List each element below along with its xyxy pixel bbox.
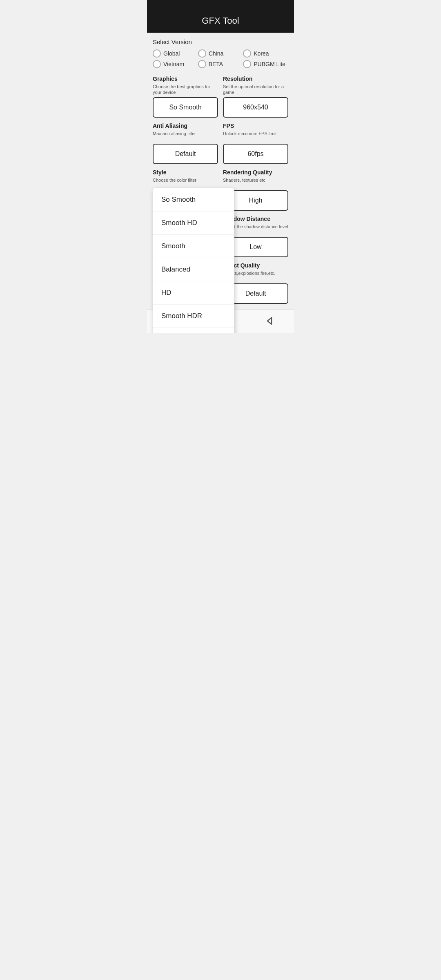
- radio-korea[interactable]: [243, 49, 251, 58]
- version-option-global[interactable]: Global: [153, 49, 198, 58]
- version-option-pubgmlite[interactable]: PUBGM Lite: [243, 60, 288, 68]
- radio-global[interactable]: [153, 49, 161, 58]
- dropdown-item-so-smooth[interactable]: So Smooth: [153, 188, 234, 212]
- nav-back-button[interactable]: [261, 315, 278, 327]
- fps-selector[interactable]: 60fps: [223, 144, 288, 164]
- antialias-title: Anti Aliasing: [153, 122, 218, 129]
- rendering-title: Rendering Quality: [223, 169, 288, 176]
- radio-vietnam[interactable]: [153, 60, 161, 68]
- dropdown-item-hdr[interactable]: HDR: [153, 328, 234, 333]
- version-pubgmlite-label: PUBGM Lite: [254, 61, 285, 67]
- resolution-selector[interactable]: 960x540: [223, 97, 288, 118]
- version-beta-label: BETA: [209, 61, 223, 67]
- dropdown-item-smooth-hdr[interactable]: Smooth HDR: [153, 305, 234, 328]
- version-china-label: China: [209, 50, 224, 57]
- radio-pubgmlite[interactable]: [243, 60, 251, 68]
- svg-marker-4: [267, 318, 272, 324]
- version-option-beta[interactable]: BETA: [198, 60, 243, 68]
- version-global-label: Global: [163, 50, 180, 57]
- antialias-block: Anti Aliasing Max anti aliasing filter D…: [153, 122, 218, 164]
- dropdown-item-balanced[interactable]: Balanced: [153, 258, 234, 281]
- dropdown-item-hd[interactable]: HD: [153, 281, 234, 305]
- style-desc: Choose the color filter: [153, 177, 218, 189]
- version-vietnam-label: Vietnam: [163, 61, 184, 67]
- graphics-desc: Choose the best graphics for your device: [153, 84, 218, 96]
- radio-china[interactable]: [198, 49, 206, 58]
- graphics-dropdown[interactable]: So Smooth Smooth HD Smooth Balanced HD S…: [153, 188, 234, 333]
- resolution-desc: Set the optimal resolution for a game: [223, 84, 288, 96]
- radio-beta[interactable]: [198, 60, 206, 68]
- status-bar: [147, 0, 294, 10]
- version-option-china[interactable]: China: [198, 49, 243, 58]
- version-label: Select Version: [153, 38, 288, 45]
- graphics-selector[interactable]: So Smooth: [153, 97, 218, 118]
- back-icon: [265, 316, 274, 325]
- version-option-vietnam[interactable]: Vietnam: [153, 60, 198, 68]
- graphics-title: Graphics: [153, 76, 218, 82]
- resolution-block: Resolution Set the optimal resolution fo…: [223, 76, 288, 118]
- fps-title: FPS: [223, 122, 288, 129]
- antialias-selector[interactable]: Default: [153, 144, 218, 164]
- fps-desc: Unlock maximum FPS limit: [223, 131, 288, 142]
- version-options: Global China Korea Vietnam BETA PUBGM Li…: [153, 49, 288, 68]
- rendering-desc: Shaders, textures etc: [223, 177, 288, 189]
- app-title: GFX Tool: [147, 16, 294, 26]
- dropdown-item-smooth-hd[interactable]: Smooth HD: [153, 212, 234, 235]
- style-title: Style: [153, 169, 218, 176]
- version-korea-label: Korea: [254, 50, 269, 57]
- resolution-title: Resolution: [223, 76, 288, 82]
- version-option-korea[interactable]: Korea: [243, 49, 288, 58]
- toolbar: GFX Tool: [147, 10, 294, 33]
- graphics-block: Graphics Choose the best graphics for yo…: [153, 76, 218, 118]
- fps-block: FPS Unlock maximum FPS limit 60fps: [223, 122, 288, 164]
- settings-row-1: Graphics Choose the best graphics for yo…: [153, 76, 288, 118]
- settings-row-2: Anti Aliasing Max anti aliasing filter D…: [153, 122, 288, 164]
- antialias-desc: Max anti aliasing filter: [153, 131, 218, 142]
- dropdown-item-smooth[interactable]: Smooth: [153, 235, 234, 258]
